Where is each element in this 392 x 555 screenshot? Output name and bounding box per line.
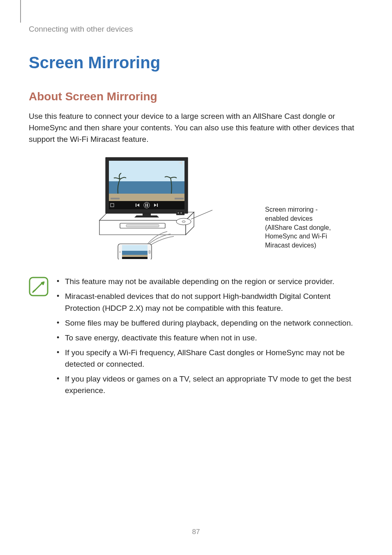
svg-line-21: [191, 210, 212, 219]
figure-callout: Screen mirroring -enabled devices (AllSh…: [265, 205, 339, 250]
note-item: If you specify a Wi-Fi frequency, AllSha…: [57, 347, 363, 370]
svg-rect-9: [145, 204, 146, 207]
svg-rect-14: [111, 198, 120, 199]
header-vertical-rule: [20, 0, 21, 23]
note-block: This feature may not be available depend…: [29, 276, 363, 400]
note-item: To save energy, deactivate this feature …: [57, 332, 363, 344]
svg-rect-12: [157, 204, 158, 207]
svg-rect-29: [149, 250, 150, 254]
svg-point-18: [180, 212, 182, 214]
note-item: Miracast-enabled devices that do not sup…: [57, 291, 363, 314]
svg-rect-6: [109, 194, 184, 201]
note-item: If you play videos or games on a TV, sel…: [57, 373, 363, 396]
svg-rect-27: [122, 257, 148, 259]
svg-rect-25: [122, 251, 148, 255]
figure-container: Screen mirroring -enabled devices (AllSh…: [29, 153, 363, 264]
svg-rect-11: [136, 204, 136, 207]
running-head: Connecting with other devices: [29, 12, 363, 53]
svg-rect-10: [147, 204, 148, 207]
note-item: Some files may be buffered during playba…: [57, 317, 363, 329]
svg-rect-26: [122, 255, 148, 257]
svg-rect-5: [109, 181, 184, 194]
intro-paragraph: Use this feature to connect your device …: [29, 111, 363, 145]
page-number: 87: [0, 528, 392, 536]
svg-point-20: [182, 221, 185, 222]
section-heading: About Screen Mirroring: [29, 90, 363, 103]
svg-point-17: [178, 212, 179, 214]
svg-rect-1: [126, 224, 159, 227]
svg-point-28: [120, 252, 120, 252]
note-item: This feature may not be available depend…: [57, 276, 363, 287]
note-list: This feature may not be available depend…: [57, 276, 363, 400]
svg-rect-15: [175, 198, 184, 199]
page-title: Screen Mirroring: [29, 53, 363, 72]
note-icon: [29, 277, 48, 296]
svg-rect-24: [122, 245, 148, 251]
svg-rect-4: [109, 161, 184, 181]
